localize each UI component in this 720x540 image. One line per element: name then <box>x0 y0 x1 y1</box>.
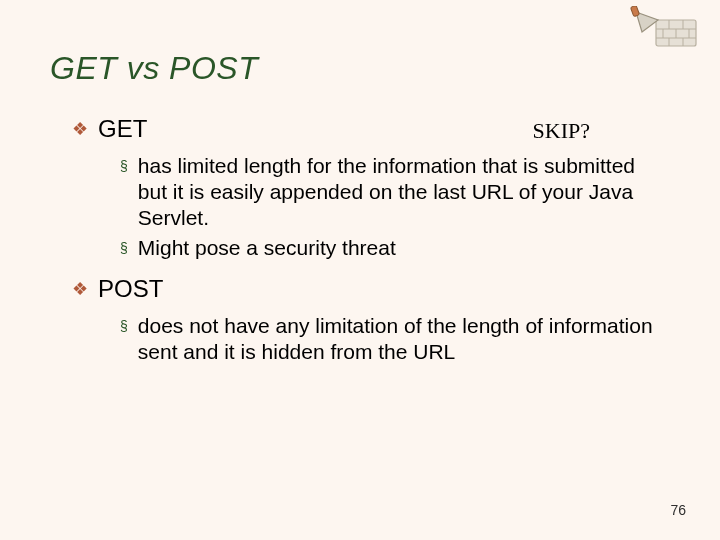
get-item-list: § has limited length for the information… <box>120 153 670 261</box>
square-bullet-icon: § <box>120 153 128 179</box>
skip-label: SKIP? <box>533 118 590 144</box>
trowel-brick-icon <box>630 6 700 54</box>
diamond-bullet-icon: ❖ <box>72 115 88 143</box>
list-item: § has limited length for the information… <box>120 153 670 231</box>
list-item-text: has limited length for the information t… <box>138 153 670 231</box>
heading-text: POST <box>98 275 163 303</box>
slide: GET vs POST SKIP? ❖ GET § has limited le… <box>0 0 720 540</box>
list-item: § does not have any limitation of the le… <box>120 313 670 365</box>
list-item: § Might pose a security threat <box>120 235 670 261</box>
post-item-list: § does not have any limitation of the le… <box>120 313 670 365</box>
list-item-text: does not have any limitation of the leng… <box>138 313 670 365</box>
section-post: ❖ POST § does not have any limitation of… <box>72 275 670 365</box>
list-item-text: Might pose a security threat <box>138 235 396 261</box>
svg-rect-10 <box>630 6 639 17</box>
heading-post: ❖ POST <box>72 275 670 303</box>
square-bullet-icon: § <box>120 313 128 339</box>
heading-text: GET <box>98 115 147 143</box>
page-number: 76 <box>670 502 686 518</box>
square-bullet-icon: § <box>120 235 128 261</box>
diamond-bullet-icon: ❖ <box>72 275 88 303</box>
slide-title: GET vs POST <box>50 50 670 87</box>
